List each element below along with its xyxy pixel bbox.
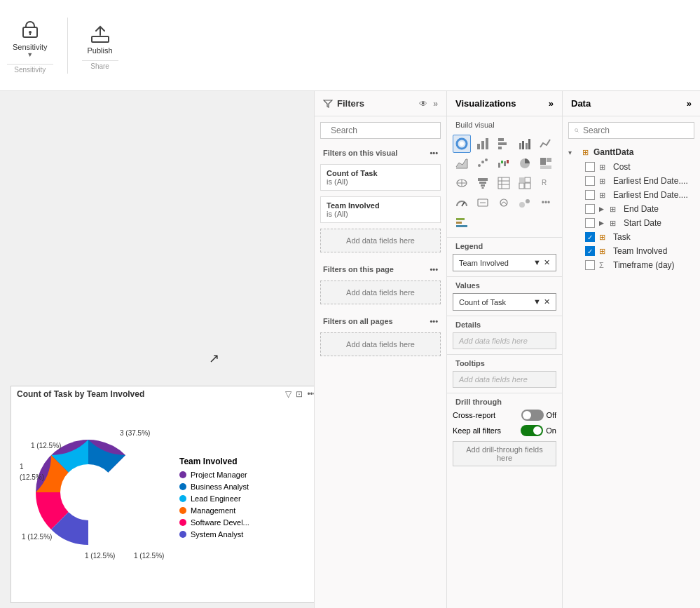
svg-rect-17: [526, 143, 528, 149]
legend-field-dropdown[interactable]: ▼: [533, 258, 541, 267]
svg-rect-12: [498, 138, 504, 141]
legend-dot-1: [179, 483, 186, 490]
viz-icon-donut[interactable]: [453, 135, 471, 153]
startdate-expand[interactable]: ▶: [599, 219, 604, 227]
enddate-table-icon: ⊞: [610, 205, 619, 214]
data-tree: ▾ ⊞ GanttData ⊞ Cost ⊞ Earliest End Date…: [563, 144, 700, 273]
cost-checkbox[interactable]: [585, 162, 595, 172]
values-field-slot[interactable]: Count of Task ▼ ✕: [453, 293, 556, 311]
teaminvolved-checkbox[interactable]: ✓: [585, 246, 595, 256]
chart-more-icon[interactable]: •••: [307, 389, 314, 399]
filters-eye-icon[interactable]: 👁: [419, 99, 427, 109]
viz-icon-table[interactable]: [495, 174, 513, 192]
add-all-fields-btn[interactable]: Add data fields here: [320, 332, 441, 356]
legend-field-remove[interactable]: ✕: [544, 258, 550, 267]
add-visual-fields-btn[interactable]: Add data fields here: [320, 229, 441, 252]
viz-icon-gauge[interactable]: [453, 194, 471, 212]
teaminvolved-table-icon: ⊞: [599, 247, 609, 256]
values-field-dropdown[interactable]: ▼: [533, 297, 541, 306]
viz-icon-kpi[interactable]: R: [537, 174, 555, 192]
viz-icon-waterfall[interactable]: [495, 154, 513, 173]
sensitivity-button[interactable]: Sensitivity ▼: [7, 18, 53, 61]
details-field-slot[interactable]: Add data fields here: [453, 332, 556, 349]
svg-rect-25: [507, 160, 509, 163]
filters-all-more-icon[interactable]: •••: [430, 317, 438, 325]
viz-icon-bar[interactable]: [474, 135, 492, 153]
filter-card-1[interactable]: Count of Task is (All): [320, 164, 441, 191]
viz-icon-gantt[interactable]: [453, 213, 471, 231]
donut-label-6: 1 (12.5%): [134, 552, 164, 560]
data-search-input[interactable]: [583, 126, 688, 135]
data-item-cost[interactable]: ⊞ Cost: [565, 160, 697, 174]
enddate-checkbox[interactable]: [585, 204, 595, 214]
values-field-remove[interactable]: ✕: [544, 297, 550, 306]
ganttdata-header[interactable]: ▾ ⊞ GanttData: [565, 144, 697, 160]
viz-icon-ellipsis[interactable]: •••: [537, 194, 555, 212]
filter-search-box[interactable]: [320, 122, 441, 139]
keep-filters-toggle[interactable]: On: [521, 425, 556, 436]
timeframe-checkbox[interactable]: [585, 260, 595, 270]
add-page-fields-btn[interactable]: Add data fields here: [320, 281, 441, 304]
legend-field-slot[interactable]: Team Involved ▼ ✕: [453, 254, 556, 271]
details-section-label: Details: [447, 316, 562, 330]
viz-icon-map[interactable]: [453, 174, 471, 192]
cross-report-pill[interactable]: [521, 410, 544, 421]
data-expand-icon[interactable]: »: [687, 98, 692, 109]
svg-rect-27: [540, 158, 546, 165]
filter-search-input[interactable]: [331, 126, 436, 135]
legend-label-2: Lead Engineer: [191, 494, 241, 503]
data-item-startdate[interactable]: ▶ ⊞ Start Date: [565, 216, 697, 230]
filter1-value: is (All): [327, 177, 434, 186]
data-item-enddate[interactable]: ▶ ⊞ End Date: [565, 202, 697, 216]
cost-label: Cost: [613, 162, 631, 172]
cross-report-row: Cross-report Off: [447, 407, 562, 423]
cross-report-toggle[interactable]: Off: [521, 410, 556, 421]
publish-button[interactable]: Publish: [82, 21, 118, 58]
data-search-box[interactable]: [568, 122, 694, 139]
svg-rect-36: [482, 187, 484, 189]
viz-icon-area[interactable]: [453, 154, 471, 173]
filters-expand-icon[interactable]: »: [433, 99, 438, 109]
chart-filter-icon[interactable]: ▽: [285, 389, 291, 399]
keep-filters-row: Keep all filters On: [447, 423, 562, 438]
viz-icon-pie[interactable]: [516, 154, 534, 173]
data-item-eed2[interactable]: ⊞ Earliest End Date....: [565, 188, 697, 202]
enddate-expand[interactable]: ▶: [599, 205, 604, 212]
viz-icon-custom1[interactable]: [495, 194, 513, 212]
tooltips-field-slot[interactable]: Add data fields here: [453, 371, 556, 388]
svg-rect-52: [456, 218, 465, 220]
eed2-checkbox[interactable]: [585, 190, 595, 200]
viz-icon-line[interactable]: [537, 135, 555, 153]
data-item-eed1[interactable]: ⊞ Earliest End Date....: [565, 174, 697, 188]
chart-legend: Team Involved Project Manager Business A…: [172, 457, 314, 542]
svg-line-46: [462, 202, 465, 206]
filters-visual-more-icon[interactable]: •••: [430, 149, 438, 157]
viz-expand-icon[interactable]: »: [549, 98, 554, 109]
data-item-timeframe[interactable]: Σ Timeframe (day): [565, 258, 697, 272]
eed1-checkbox[interactable]: [585, 176, 595, 186]
viz-icon-clustered-bar[interactable]: [516, 135, 534, 153]
viz-icon-bar2[interactable]: [495, 135, 513, 153]
drill-through-field-slot[interactable]: Add drill-through fields here: [453, 441, 556, 466]
data-item-task[interactable]: ✓ ⊞ Task: [565, 230, 697, 244]
filters-page-more-icon[interactable]: •••: [430, 265, 438, 273]
filter-card-2[interactable]: Team Involved is (All): [320, 196, 441, 223]
startdate-checkbox[interactable]: [585, 218, 595, 228]
task-label: Task: [613, 232, 631, 242]
viz-icon-scatter[interactable]: [474, 154, 492, 173]
data-panel-header: Data »: [563, 91, 700, 116]
svg-rect-28: [547, 158, 551, 162]
viz-icon-matrix[interactable]: [516, 174, 534, 192]
viz-icon-treemap[interactable]: [537, 154, 555, 173]
donut-label-0: 3 (37.5%): [120, 429, 150, 437]
chart-expand-icon[interactable]: ⊡: [296, 389, 303, 399]
viz-icon-bubble[interactable]: [516, 194, 534, 212]
data-item-teaminvolved[interactable]: ✓ ⊞ Team Involved: [565, 244, 697, 258]
cost-table-icon: ⊞: [599, 163, 609, 172]
viz-icon-funnel[interactable]: [474, 174, 492, 192]
viz-icon-card[interactable]: [474, 194, 492, 212]
data-search-icon: [575, 126, 579, 135]
task-checkbox[interactable]: ✓: [585, 232, 595, 242]
keep-filters-pill[interactable]: [521, 425, 543, 436]
svg-rect-54: [456, 225, 467, 227]
